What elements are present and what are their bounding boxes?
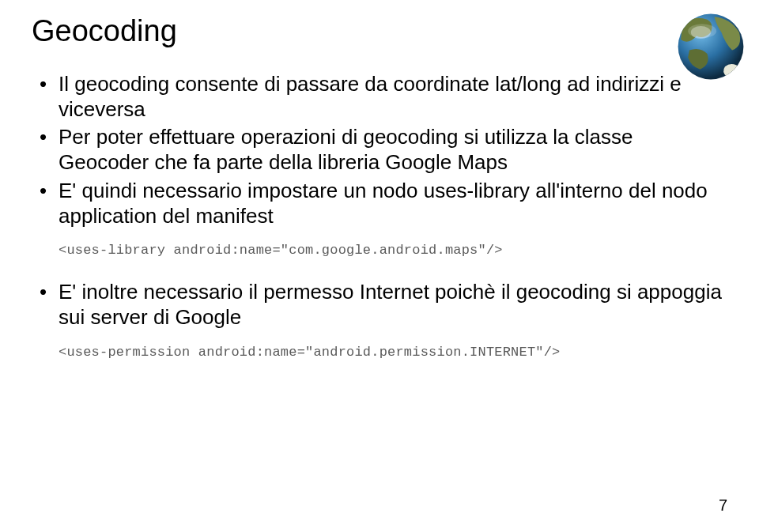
- bullet-item: Per poter effettuare operazioni di geoco…: [32, 125, 727, 175]
- code-snippet-uses-library: <uses-library android:name="com.google.a…: [59, 243, 727, 258]
- bullet-item: E' inoltre necessario il permesso Intern…: [32, 280, 727, 330]
- slide: Geocoding Il geocoding consente di passa…: [0, 0, 759, 532]
- bullet-list-2: E' inoltre necessario il permesso Intern…: [32, 280, 727, 330]
- bullet-item: Il geocoding consente di passare da coor…: [32, 72, 727, 122]
- bullet-list: Il geocoding consente di passare da coor…: [32, 72, 727, 228]
- svg-point-3: [691, 26, 711, 39]
- page-title: Geocoding: [32, 14, 727, 48]
- bullet-item: E' quindi necessario impostare un nodo u…: [32, 179, 727, 228]
- code-snippet-uses-permission: <uses-permission android:name="android.p…: [59, 345, 727, 360]
- page-number: 7: [719, 496, 727, 515]
